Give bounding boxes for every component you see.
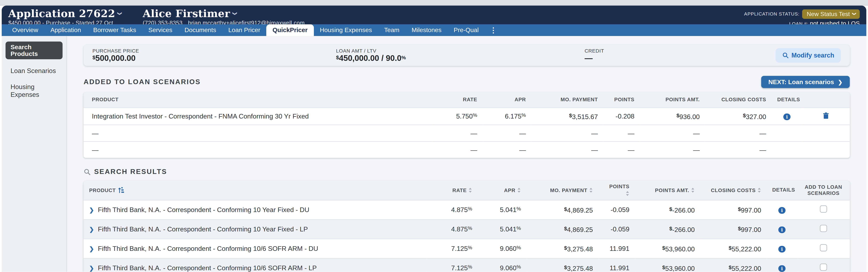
tab-loan-pricer[interactable]: Loan Pricer: [222, 24, 266, 36]
column-header-apr: APR: [483, 92, 531, 108]
details-cell[interactable]: i: [767, 220, 797, 239]
column-header-points_amt[interactable]: POINTS AMT.: [635, 181, 700, 201]
column-header-payment[interactable]: MO. PAYMENT: [526, 181, 598, 201]
tab-overview[interactable]: Overview: [6, 24, 44, 36]
add-to-scenarios-checkbox[interactable]: [820, 244, 827, 251]
column-header-product[interactable]: PRODUCT: [84, 181, 427, 201]
product-cell: ❯Fifth Third Bank, N.A. - Correspondent …: [84, 239, 427, 259]
info-icon[interactable]: i: [778, 226, 785, 233]
modify-search-button[interactable]: Modify search: [775, 48, 841, 62]
column-header-apr[interactable]: APR: [478, 181, 526, 201]
tab-borrower-tasks[interactable]: Borrower Tasks: [87, 24, 142, 36]
tab-pre-qual[interactable]: Pre-Qual: [447, 24, 485, 36]
remove-cell: [802, 125, 850, 142]
column-header-closing[interactable]: CLOSING COSTS: [700, 181, 767, 201]
sidebar: Search ProductsLoan ScenariosHousing Exp…: [2, 36, 67, 272]
details-cell[interactable]: i: [767, 259, 797, 272]
tab-application[interactable]: Application: [44, 24, 87, 36]
closing-cell: $997.00: [700, 201, 767, 220]
chevron-right-icon[interactable]: ❯: [89, 207, 94, 213]
more-menu-icon[interactable]: ⋮: [485, 24, 502, 36]
tab-quickpricer[interactable]: QuickPricer: [267, 24, 314, 36]
points_amt-cell: —: [640, 125, 705, 142]
add-to-scenarios-checkbox[interactable]: [820, 225, 827, 232]
tab-services[interactable]: Services: [142, 24, 179, 36]
product-name: Fifth Third Bank, N.A. - Correspondent -…: [98, 225, 308, 233]
closing-cell: $327.00: [705, 108, 772, 125]
payment-cell: $3,275.48: [526, 259, 598, 272]
tab-housing-expenses[interactable]: Housing Expenses: [314, 24, 378, 36]
purchase-price-value: $500,000.00: [92, 54, 336, 62]
add-cell[interactable]: [797, 259, 850, 272]
search-result-row[interactable]: ❯Fifth Third Bank, N.A. - Correspondent …: [84, 201, 850, 220]
payment-cell: $3,515.67: [531, 108, 603, 125]
info-icon[interactable]: i: [778, 246, 785, 253]
product-cell: —: [84, 142, 432, 158]
column-header-points: POINTS: [603, 92, 640, 108]
added-scenario-row: Integration Test Investor - Corresponden…: [84, 108, 850, 125]
added-scenarios-table-card: PRODUCTRATEAPRMO. PAYMENTPOINTSPOINTS AM…: [84, 92, 850, 158]
details-cell: [772, 142, 802, 158]
product-cell: Integration Test Investor - Corresponden…: [84, 108, 432, 125]
sidebar-item-search-products[interactable]: Search Products: [5, 41, 62, 59]
info-icon[interactable]: i: [778, 265, 785, 272]
product-cell: —: [84, 125, 432, 142]
tab-team[interactable]: Team: [378, 24, 406, 36]
details-cell: [772, 125, 802, 142]
next-loan-scenarios-button[interactable]: NEXT: Loan scenarios❯: [761, 76, 850, 88]
payment-cell: —: [531, 125, 603, 142]
sort-carets-icon: [589, 187, 593, 193]
rate-cell: —: [432, 142, 483, 158]
remove-cell[interactable]: [802, 108, 850, 125]
search-result-row[interactable]: ❯Fifth Third Bank, N.A. - Correspondent …: [84, 239, 850, 259]
sort-carets-icon: [468, 187, 472, 193]
closing-cell: $997.00: [700, 220, 767, 239]
credit-label: CREDIT: [585, 48, 775, 54]
sidebar-item-housing-expenses[interactable]: Housing Expenses: [5, 81, 62, 100]
sort-carets-icon: [691, 187, 695, 193]
search-result-row[interactable]: ❯Fifth Third Bank, N.A. - Correspondent …: [84, 259, 850, 272]
column-header-points[interactable]: POINTS: [598, 181, 635, 201]
add-cell[interactable]: [797, 239, 850, 259]
tab-documents[interactable]: Documents: [179, 24, 222, 36]
chevron-down-icon[interactable]: ❯: [117, 12, 122, 16]
apr-cell: —: [483, 125, 531, 142]
points_amt-cell: $53,960.00: [635, 259, 700, 272]
add-cell[interactable]: [797, 220, 850, 239]
add-to-scenarios-checkbox[interactable]: [820, 264, 827, 271]
tab-milestones[interactable]: Milestones: [405, 24, 447, 36]
search-icon: [782, 52, 789, 59]
points_amt-cell: $-266.00: [635, 201, 700, 220]
chevron-right-icon[interactable]: ❯: [89, 265, 94, 272]
loan-amt-ltv-value: $450,000.00 / 90.0%: [336, 54, 584, 62]
search-result-row[interactable]: ❯Fifth Third Bank, N.A. - Correspondent …: [84, 220, 850, 239]
details-cell[interactable]: i: [767, 201, 797, 220]
chevron-right-icon[interactable]: ❯: [89, 245, 94, 252]
points-cell: —: [603, 125, 640, 142]
main-nav: OverviewApplicationBorrower TasksService…: [2, 24, 866, 36]
add-to-scenarios-checkbox[interactable]: [820, 206, 827, 213]
credit-field: CREDIT —: [585, 48, 775, 62]
remove-cell: [802, 142, 850, 158]
application-status-dropdown[interactable]: New Status Test ❯: [802, 9, 860, 19]
apr-cell: —: [483, 142, 531, 158]
details-cell[interactable]: i: [772, 108, 802, 125]
add-cell[interactable]: [797, 201, 850, 220]
borrower-block: Alice Firstimer ❯ (720) 353-8353brian.mc…: [143, 8, 305, 26]
apr-cell: 9.060%: [478, 259, 526, 272]
info-icon[interactable]: i: [783, 114, 790, 120]
info-icon[interactable]: i: [778, 207, 785, 214]
delete-scenario-button[interactable]: [823, 112, 829, 119]
application-status-value: New Status Test: [807, 10, 850, 17]
rate-cell: 7.125%: [427, 239, 478, 259]
sidebar-item-loan-scenarios[interactable]: Loan Scenarios: [5, 65, 62, 77]
chevron-right-icon[interactable]: ❯: [89, 226, 94, 233]
details-cell[interactable]: i: [767, 239, 797, 259]
status-block: APPLICATION STATUS: New Status Test ❯ LO…: [744, 8, 860, 27]
rate-cell: 4.875%: [427, 220, 478, 239]
column-header-payment: MO. PAYMENT: [531, 92, 603, 108]
closing-cell: $55,222.00: [700, 239, 767, 259]
chevron-down-icon[interactable]: ❯: [232, 12, 237, 16]
product-name: Fifth Third Bank, N.A. - Correspondent -…: [98, 245, 318, 253]
column-header-rate[interactable]: RATE: [427, 181, 478, 201]
